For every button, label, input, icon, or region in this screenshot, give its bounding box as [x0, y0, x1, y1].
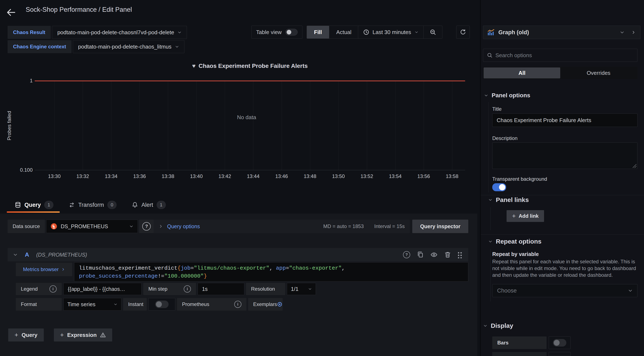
min-step-label-box: Min step i: [143, 283, 196, 295]
tab-alert[interactable]: Alert 1: [132, 198, 166, 211]
table-view-toggle[interactable]: [286, 29, 298, 35]
promql-expression-input[interactable]: litmuschaos_experiment_verdict{job="litm…: [74, 262, 468, 282]
x-axis-tick: 13:30: [48, 173, 60, 179]
max-data-points: MD = auto = 1853: [323, 223, 364, 229]
options-search-input[interactable]: [496, 52, 634, 59]
options-search: [483, 49, 638, 62]
zoom-out-button[interactable]: [424, 26, 442, 38]
help-icon: ?: [142, 222, 151, 230]
legend-label: Legend: [21, 286, 38, 292]
display-section-header[interactable]: Display: [483, 322, 513, 329]
query-row-actions: ?: [403, 251, 463, 258]
variable-value-dropdown[interactable]: podtato-main-pod-delete-chaos_litmus: [73, 40, 184, 53]
chevron-down-icon: [628, 288, 633, 293]
gridline: [140, 81, 140, 170]
transparent-background-label: Transparent background: [492, 176, 547, 182]
section-guide: [488, 102, 488, 192]
add-query-button[interactable]: + Query: [8, 329, 44, 342]
format-dropdown[interactable]: Time series: [63, 298, 122, 311]
x-axis-tick: 13:42: [218, 173, 231, 179]
datasource-select[interactable]: DS_PROMETHEUS: [46, 220, 138, 233]
tab-query[interactable]: Query 1: [15, 198, 54, 211]
resolution-label-box: Resolution: [246, 283, 285, 295]
info-icon: i: [234, 301, 242, 308]
bars-toggle[interactable]: [553, 339, 566, 347]
repeat-variable-dropdown[interactable]: Choose: [492, 284, 638, 297]
threshold-line: [35, 80, 465, 81]
instant-toggle[interactable]: [155, 301, 168, 308]
section-guide: [490, 249, 490, 301]
interval-value: Interval = 15s: [374, 223, 405, 229]
min-step-label: Min step: [148, 286, 168, 292]
choose-placeholder: Choose: [497, 288, 517, 294]
variable-value-dropdown[interactable]: podtato-main-pod-delete-chaosnl7vd-pod-d…: [52, 26, 187, 39]
clipped-option-label-box: [492, 352, 546, 356]
exemplars-box: Exemplars: [248, 298, 283, 311]
panel-title-input[interactable]: [492, 114, 638, 127]
metrics-browser-label: Metrics browser: [23, 266, 58, 272]
actual-option[interactable]: Actual: [329, 26, 358, 38]
prometheus-icon: [50, 223, 57, 230]
datasource-value: DS_PROMETHEUS: [60, 223, 108, 229]
grafana-edit-panel: { "header": { "title": "Sock-Shop Perfor…: [0, 0, 644, 356]
visualization-picker[interactable]: Graph (old): [483, 26, 629, 39]
metrics-browser-button[interactable]: Metrics browser: [16, 263, 72, 276]
add-expression-button[interactable]: + Expression: [54, 329, 112, 342]
datasource-help-button[interactable]: ?: [139, 220, 154, 233]
transform-icon: [68, 202, 75, 208]
resolution-dropdown[interactable]: 1/1: [287, 283, 316, 295]
time-range-button[interactable]: Last 30 minutes: [358, 26, 424, 38]
search-icon: [487, 52, 492, 58]
x-axis-tick: 13:52: [360, 173, 373, 179]
x-axis-tick: 13:56: [417, 173, 430, 179]
back-arrow-icon[interactable]: [6, 7, 16, 17]
info-icon: i: [184, 285, 191, 293]
exemplars-label: Exemplars: [253, 301, 277, 307]
database-icon: [15, 202, 21, 208]
chevron-right-icon: [631, 30, 636, 34]
repeat-description: Repeat this panel for each value in the …: [492, 258, 636, 278]
filter-tab-all[interactable]: All: [484, 67, 560, 78]
tab-transform[interactable]: Transform 0: [68, 198, 116, 211]
query-inspector-button[interactable]: Query inspector: [412, 220, 468, 233]
duplicate-icon[interactable]: [417, 251, 424, 258]
section-guide: [490, 207, 490, 230]
panel-options-header[interactable]: Panel options: [484, 92, 530, 99]
chevron-down-icon: [414, 30, 418, 34]
description-field-label: Description: [492, 135, 518, 141]
add-link-button[interactable]: + Add link: [506, 210, 544, 222]
tab-count-badge: 1: [156, 201, 166, 209]
exemplars-icon[interactable]: [277, 302, 282, 307]
instant-label-box: Instant: [123, 298, 147, 311]
plus-icon: +: [60, 332, 64, 339]
fill-option[interactable]: Fill: [307, 26, 329, 38]
refresh-button[interactable]: [456, 26, 470, 39]
eye-icon[interactable]: [430, 251, 438, 258]
tab-count-badge: 1: [44, 201, 54, 209]
x-axis-tick: 13:46: [275, 173, 288, 179]
format-options-row: Format Time series Instant Prometheus i …: [16, 298, 284, 311]
query-options-link[interactable]: Query options: [167, 223, 200, 229]
help-icon[interactable]: ?: [403, 251, 410, 258]
panel-links-header[interactable]: Panel links: [488, 196, 529, 203]
repeat-options-header[interactable]: Repeat options: [488, 238, 542, 245]
chevron-down-icon: [488, 239, 492, 244]
min-step-input[interactable]: 1s: [198, 283, 244, 295]
tab-label: Transform: [78, 202, 104, 208]
panel-description-textarea[interactable]: [492, 143, 638, 169]
gridline: [83, 81, 83, 170]
trash-icon[interactable]: [444, 251, 451, 258]
expression-line-1: litmuschaos_experiment_verdict{job="litm…: [79, 264, 464, 272]
drag-handle-icon[interactable]: [458, 251, 463, 258]
x-axis-tick: 13:50: [332, 173, 345, 179]
variable-value-text: podtato-main-pod-delete-chaosnl7vd-pod-d…: [57, 29, 174, 36]
query-row-header[interactable]: A (DS_PROMETHEUS) ?: [8, 248, 468, 261]
filter-tab-overrides[interactable]: Overrides: [560, 67, 637, 78]
chevron-down-icon: [620, 30, 624, 35]
collapse-options-pane-button[interactable]: [626, 26, 640, 39]
transparent-background-toggle[interactable]: [492, 183, 506, 191]
resize-handle[interactable]: [633, 164, 636, 168]
section-heading: Repeat options: [496, 238, 542, 245]
gridline: [111, 81, 111, 170]
legend-input[interactable]: {{app_label}} - {{chaos…: [63, 283, 142, 295]
